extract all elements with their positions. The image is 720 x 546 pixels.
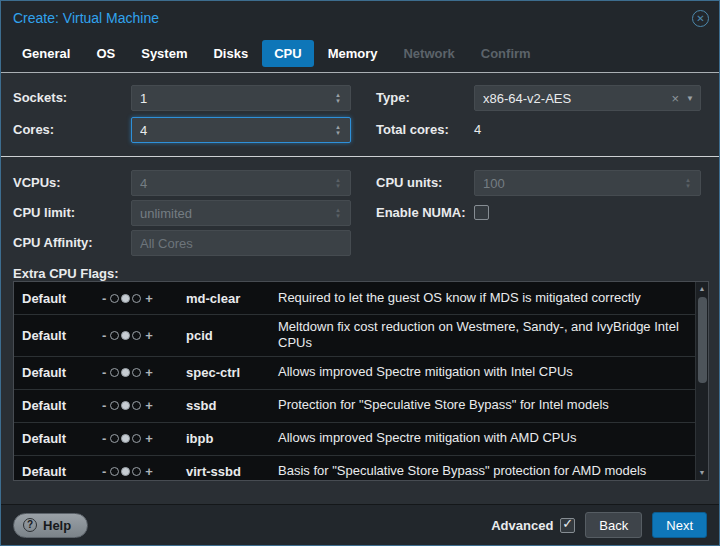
flag-state[interactable]: Default bbox=[14, 328, 100, 343]
flag-state[interactable]: Default bbox=[14, 365, 100, 380]
scrollbar-thumb[interactable] bbox=[698, 297, 707, 383]
back-button[interactable]: Back bbox=[585, 512, 642, 538]
flag-state[interactable]: Default bbox=[14, 291, 100, 306]
tab-cpu[interactable]: CPU bbox=[262, 40, 313, 67]
type-field[interactable]: x86-64-v2-AES × ▼ bbox=[474, 85, 701, 111]
flag-decrease-icon[interactable]: - bbox=[100, 328, 108, 343]
form-body: Sockets: 1 ▴ ▾ Type: x86-64-v2-AES × ▼ C… bbox=[1, 73, 719, 504]
slider-right-dot[interactable] bbox=[132, 294, 141, 303]
clear-icon[interactable]: × bbox=[671, 91, 679, 106]
total-cores-label: Total cores: bbox=[376, 117, 449, 143]
flag-increase-icon[interactable]: + bbox=[143, 464, 155, 479]
sockets-label: Sockets: bbox=[13, 85, 67, 111]
cpu-affinity-placeholder: All Cores bbox=[140, 236, 346, 251]
flag-description: Basis for "Speculative Store Bypass" pro… bbox=[278, 459, 695, 481]
flag-increase-icon[interactable]: + bbox=[143, 328, 155, 343]
flag-name: ssbd bbox=[186, 398, 278, 413]
slider-middle-dot[interactable] bbox=[121, 331, 130, 340]
flag-increase-icon[interactable]: + bbox=[143, 291, 155, 306]
flag-state[interactable]: Default bbox=[14, 464, 100, 479]
flag-description: Allows improved Spectre mitigation with … bbox=[278, 426, 695, 450]
sockets-spinner[interactable]: ▴ ▾ bbox=[330, 92, 346, 104]
slider-middle-dot[interactable] bbox=[121, 368, 130, 377]
cpu-units-label: CPU units: bbox=[376, 170, 442, 196]
slider-middle-dot[interactable] bbox=[121, 294, 130, 303]
spinner-down-icon: ▾ bbox=[336, 213, 340, 219]
flag-increase-icon[interactable]: + bbox=[143, 431, 155, 446]
slider-middle-dot[interactable] bbox=[121, 434, 130, 443]
tab-network: Network bbox=[391, 40, 466, 67]
cpu-units-spinner: ▴ ▾ bbox=[680, 177, 696, 189]
flag-decrease-icon[interactable]: - bbox=[100, 464, 108, 479]
flag-name: pcid bbox=[186, 328, 278, 343]
slider-left-dot[interactable] bbox=[110, 331, 119, 340]
cpu-units-field: 100 ▴ ▾ bbox=[474, 170, 701, 196]
cpu-affinity-label: CPU Affinity: bbox=[13, 230, 93, 256]
slider-left-dot[interactable] bbox=[110, 368, 119, 377]
cpu-limit-field: unlimited ▴ ▾ bbox=[131, 200, 351, 226]
dropdown-icon[interactable]: ▼ bbox=[686, 94, 694, 103]
slider-right-dot[interactable] bbox=[132, 401, 141, 410]
slider-left-dot[interactable] bbox=[110, 401, 119, 410]
flag-tristate-slider[interactable]: - + bbox=[100, 398, 186, 413]
advanced-label: Advanced bbox=[491, 518, 553, 533]
slider-right-dot[interactable] bbox=[132, 434, 141, 443]
flag-tristate-slider[interactable]: - + bbox=[100, 291, 186, 306]
slider-left-dot[interactable] bbox=[110, 294, 119, 303]
flag-tristate-slider[interactable]: - + bbox=[100, 365, 186, 380]
flag-state[interactable]: Default bbox=[14, 398, 100, 413]
check-icon: ✓ bbox=[562, 516, 573, 531]
flag-decrease-icon[interactable]: - bbox=[100, 291, 108, 306]
slider-right-dot[interactable] bbox=[132, 467, 141, 476]
sockets-field[interactable]: 1 ▴ ▾ bbox=[131, 85, 351, 111]
sockets-value[interactable]: 1 bbox=[140, 91, 330, 106]
next-button[interactable]: Next bbox=[652, 512, 707, 538]
type-value[interactable]: x86-64-v2-AES bbox=[483, 91, 669, 106]
tab-system[interactable]: System bbox=[129, 40, 199, 67]
flag-decrease-icon[interactable]: - bbox=[100, 365, 108, 380]
section-divider bbox=[1, 156, 719, 157]
table-scrollbar[interactable]: ▲ ▼ bbox=[695, 282, 708, 480]
numa-checkbox[interactable]: ✓ bbox=[474, 205, 489, 220]
flag-increase-icon[interactable]: + bbox=[143, 365, 155, 380]
flag-name: virt-ssbd bbox=[186, 464, 278, 479]
spinner-down-icon[interactable]: ▾ bbox=[336, 130, 340, 136]
tab-disks[interactable]: Disks bbox=[201, 40, 260, 67]
flag-description: Required to let the guest OS know if MDS… bbox=[278, 286, 695, 310]
cpu-limit-label: CPU limit: bbox=[13, 200, 75, 226]
advanced-checkbox[interactable]: ✓ bbox=[560, 518, 575, 533]
flag-description: Meltdown fix cost reduction on Westmere,… bbox=[278, 315, 695, 356]
flag-row: Default - + ssbd Protection for "Specula… bbox=[14, 390, 695, 423]
help-button[interactable]: ? Help bbox=[13, 513, 88, 538]
scroll-down-icon[interactable]: ▼ bbox=[696, 466, 708, 480]
cores-value[interactable]: 4 bbox=[140, 123, 330, 138]
flag-increase-icon[interactable]: + bbox=[143, 398, 155, 413]
cores-field[interactable]: 4 ▴ ▾ bbox=[131, 117, 351, 143]
tab-memory[interactable]: Memory bbox=[316, 40, 390, 67]
flag-tristate-slider[interactable]: - + bbox=[100, 464, 186, 479]
numa-label: Enable NUMA: bbox=[376, 200, 466, 226]
tab-os[interactable]: OS bbox=[84, 40, 127, 67]
flag-decrease-icon[interactable]: - bbox=[100, 431, 108, 446]
flags-table-body: Default - + md-clear Required to let the… bbox=[14, 282, 695, 481]
slider-right-dot[interactable] bbox=[132, 331, 141, 340]
cores-spinner[interactable]: ▴ ▾ bbox=[330, 124, 346, 136]
slider-middle-dot[interactable] bbox=[121, 401, 130, 410]
flag-decrease-icon[interactable]: - bbox=[100, 398, 108, 413]
tab-bar: General OS System Disks CPU Memory Netwo… bbox=[1, 35, 719, 73]
flag-tristate-slider[interactable]: - + bbox=[100, 328, 186, 343]
flag-description: Protection for "Speculative Store Bypass… bbox=[278, 393, 695, 417]
scroll-up-icon[interactable]: ▲ bbox=[696, 282, 708, 296]
vcpus-field: 4 ▴ ▾ bbox=[131, 170, 351, 196]
slider-middle-dot[interactable] bbox=[121, 467, 130, 476]
tab-general[interactable]: General bbox=[10, 40, 82, 67]
slider-left-dot[interactable] bbox=[110, 434, 119, 443]
flag-row: Default - + pcid Meltdown fix cost reduc… bbox=[14, 315, 695, 357]
slider-right-dot[interactable] bbox=[132, 368, 141, 377]
flag-tristate-slider[interactable]: - + bbox=[100, 431, 186, 446]
close-icon[interactable]: ✕ bbox=[692, 10, 709, 27]
flag-state[interactable]: Default bbox=[14, 431, 100, 446]
slider-left-dot[interactable] bbox=[110, 467, 119, 476]
spinner-down-icon[interactable]: ▾ bbox=[336, 98, 340, 104]
dialog-title: Create: Virtual Machine bbox=[13, 10, 159, 26]
